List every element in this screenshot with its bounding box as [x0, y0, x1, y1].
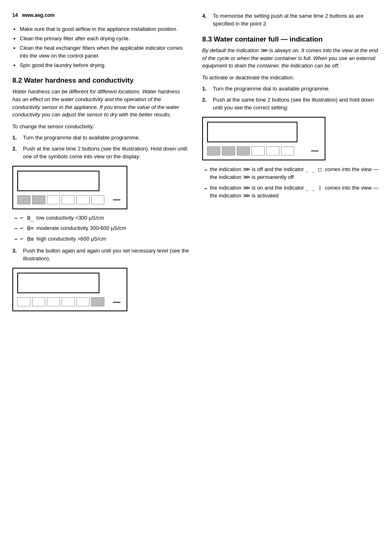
step-82-2: 2. Push at the same time 2 buttons (see …	[12, 145, 190, 161]
diagram-83: —	[202, 117, 325, 160]
cond-text-2: moderate conductivity 300-600 µS/cm	[37, 225, 127, 233]
ind-item-1: – the indication ⋙ is off and the indica…	[202, 165, 380, 181]
step-83-1: 1. Turn the programme dial to available …	[202, 85, 380, 93]
bullet-item-3: Clean the heat exchanger filters when th…	[20, 44, 190, 59]
display-screen-1	[17, 171, 99, 191]
display-screen-83	[207, 122, 297, 142]
step-82-1: 1. Turn the programme dial to available …	[12, 134, 190, 142]
indicator-list: – the indication ⋙ is off and the indica…	[202, 165, 380, 200]
btn83-1	[207, 146, 220, 155]
button-row-1	[17, 195, 104, 204]
activate-label: To activate or deactivate the indication…	[202, 74, 380, 82]
section-82-title: 8.2 Water hardness and conductivity	[12, 76, 190, 85]
step-text-4: To memorise the setting push at the same…	[213, 12, 380, 28]
step-num-3: 3.	[12, 247, 20, 263]
step-82-3-container: 3. Push the button again and again until…	[12, 247, 190, 263]
display-bottom-1: —	[17, 195, 122, 204]
step-82-4: 4. To memorise the setting push at the s…	[202, 12, 380, 28]
button-row-2	[17, 297, 104, 306]
display-bottom-83: —	[207, 146, 321, 155]
btn2-5	[76, 297, 90, 306]
step-num-2: 2.	[12, 145, 20, 161]
water-icon-3: ⋙	[243, 174, 250, 180]
page: 14 www.aeg.com Make sure that is good ai…	[0, 0, 392, 329]
btn83-6	[281, 146, 294, 155]
display-dash-2: —	[113, 298, 120, 306]
conductivity-list: – ⌐ 0_ low conductivity <300 µS/cm – ⌐ 0…	[12, 214, 190, 243]
display-dash-1: —	[113, 195, 120, 204]
website: www.aeg.com	[22, 12, 55, 18]
btn-5	[76, 195, 90, 204]
step-num-4: 4.	[202, 12, 210, 28]
bullet-item-4: Spin good the laundry before drying.	[20, 62, 190, 69]
step-83-2: 2. Push at the same time 2 buttons (see …	[202, 96, 380, 112]
display-bottom-2: —	[17, 297, 122, 306]
btn-6	[91, 195, 104, 204]
bullet-list: Make sure that is good airflow in the ap…	[12, 25, 190, 69]
bullet-item-2: Clean the primary filter after each dryi…	[20, 35, 190, 42]
section-83-title: 8.3 Water container full — indication	[202, 35, 380, 44]
cond-symbol-3: ⌐ 0≡	[20, 235, 34, 243]
btn83-4	[251, 146, 265, 155]
button-row-83	[207, 146, 294, 155]
step-text-1: Turn the programme dial to available pro…	[23, 134, 140, 142]
step-83-num-2: 2.	[202, 96, 210, 112]
section-82-italic: Water hardness can be different for diff…	[12, 88, 190, 119]
ind-symbol-1: _ _ □	[305, 166, 325, 172]
btn83-5	[266, 146, 279, 155]
right-column: 4. To memorise the setting push at the s…	[202, 12, 380, 316]
ind-item-2: – the indication ⋙ is on and the indicat…	[202, 184, 380, 200]
step-82-3: 3. Push the button again and again until…	[12, 247, 190, 263]
ind-text-1: the indication ⋙ is off and the indicato…	[210, 165, 380, 181]
steps-list-83: 1. Turn the programme dial to available …	[202, 85, 380, 112]
btn2-2	[32, 297, 45, 306]
page-header: 14 www.aeg.com	[12, 12, 190, 18]
btn2-1	[17, 297, 30, 306]
steps-list-82: 1. Turn the programme dial to available …	[12, 134, 190, 161]
btn83-2	[222, 146, 235, 155]
btn-1	[17, 195, 30, 204]
ind-symbol-2: _ _ |	[305, 185, 325, 191]
section-83-italic: By default the indication ⋙ is always on…	[202, 47, 380, 70]
cond-symbol-1: ⌐ 0_	[20, 214, 34, 222]
left-column: 14 www.aeg.com Make sure that is good ai…	[12, 12, 190, 316]
cond-text-1: low conductivity <300 µS/cm	[37, 214, 104, 222]
water-icon-1: ⋙	[261, 47, 268, 53]
diagram-82-1: —	[12, 166, 127, 209]
cond-item-3: – ⌐ 0≡ high conductivity >600 µS/cm	[12, 235, 190, 243]
step-text-3: Push the button again and again until yo…	[23, 247, 190, 263]
diagram-82-2: —	[12, 268, 127, 311]
change-label: To change the sensor conductivity:	[12, 123, 190, 131]
display-screen-2	[17, 273, 99, 293]
cond-symbol-2: ⌐ 0=	[20, 225, 34, 233]
btn83-3	[237, 146, 250, 155]
step-83-text-1: Turn the programme dial to available pro…	[213, 85, 330, 93]
display-dash-83: —	[311, 146, 318, 155]
btn2-6	[91, 297, 104, 306]
cond-item-1: – ⌐ 0_ low conductivity <300 µS/cm	[12, 214, 190, 222]
ind-text-2: the indication ⋙ is on and the indicator…	[210, 184, 380, 200]
btn2-4	[62, 297, 75, 306]
btn-2	[32, 195, 45, 204]
water-icon-4: ⋙	[243, 185, 250, 191]
cond-item-2: – ⌐ 0= moderate conductivity 300-600 µS/…	[12, 225, 190, 233]
page-number: 14	[12, 12, 18, 18]
btn-3	[47, 195, 60, 204]
btn-4	[62, 195, 75, 204]
bullet-item-1: Make sure that is good airflow in the ap…	[20, 25, 190, 33]
step-text-2: Push at the same time 2 buttons (see the…	[23, 145, 190, 161]
btn2-3	[47, 297, 60, 306]
cond-text-3: high conductivity >600 µS/cm	[37, 235, 106, 243]
step-83-num-1: 1.	[202, 85, 210, 93]
water-icon-2: ⋙	[243, 166, 250, 172]
water-icon-5: ⋙	[243, 192, 250, 199]
step-num-1: 1.	[12, 134, 20, 142]
step-83-text-2: Push at the same time 2 buttons (see the…	[213, 96, 380, 112]
